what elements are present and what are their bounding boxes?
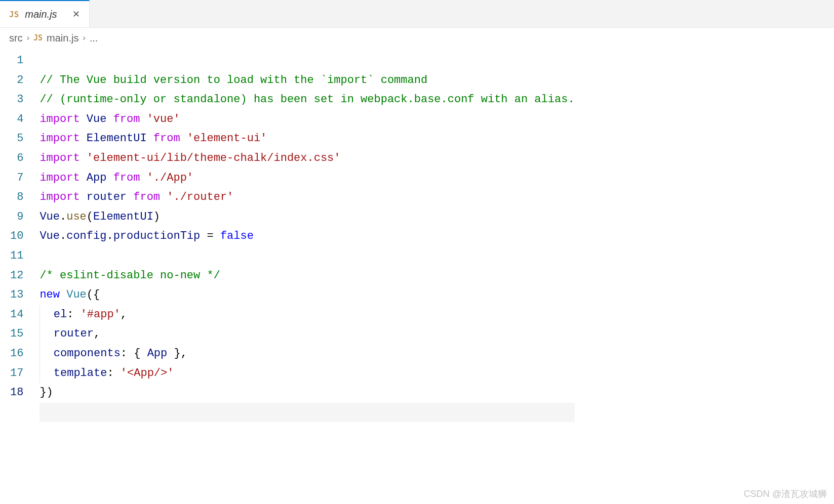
code-punct: . xyxy=(106,230,113,242)
line-number-gutter: 1 2 3 4 5 6 7 8 9 10 11 12 13 14 15 16 1… xyxy=(0,51,39,461)
code-func: use xyxy=(66,211,87,223)
line-number: 9 xyxy=(10,207,23,227)
line-number: 12 xyxy=(10,266,23,286)
code-ident: App xyxy=(147,347,168,360)
code-ident: Vue xyxy=(39,211,60,223)
code-punct: } xyxy=(167,347,180,360)
code-punct: , xyxy=(94,327,100,340)
code-ident: Vue xyxy=(87,113,107,125)
cursor-line[interactable] xyxy=(39,403,574,423)
close-icon[interactable]: ✕ xyxy=(72,9,80,20)
line-number: 5 xyxy=(10,129,23,149)
line-number: 10 xyxy=(10,227,23,246)
code-string: 'vue' xyxy=(147,113,180,125)
code-keyword: from xyxy=(133,191,160,203)
code-ident: router xyxy=(87,191,127,203)
code-keyword: import xyxy=(39,113,80,125)
line-number: 16 xyxy=(10,344,23,364)
tab-bar: JS main.js ✕ xyxy=(0,0,834,28)
code-ident: ElementUI xyxy=(93,211,153,223)
code-string: './router' xyxy=(167,191,233,203)
code-ident: ElementUI xyxy=(87,132,147,145)
line-number: 18 xyxy=(10,383,23,403)
js-icon: JS xyxy=(33,33,43,43)
code-ident: Vue xyxy=(39,230,60,242)
code-punct: , xyxy=(121,308,127,321)
code-keyword: from xyxy=(113,172,140,184)
line-number: 13 xyxy=(10,285,23,305)
line-number: 14 xyxy=(10,305,23,325)
code-punct: : xyxy=(107,367,120,380)
line-number: 2 xyxy=(10,71,23,91)
code-prop: el xyxy=(54,308,67,321)
line-number: 6 xyxy=(10,149,23,169)
breadcrumb[interactable]: src › JS main.js › ... xyxy=(0,28,834,48)
line-number: 8 xyxy=(10,188,23,207)
code-string: 'element-ui/lib/theme-chalk/index.css' xyxy=(87,152,341,164)
code-prop: template xyxy=(54,367,107,380)
code-ident: config xyxy=(66,230,106,242)
line-number: 15 xyxy=(10,324,23,344)
chevron-right-icon: › xyxy=(83,33,85,43)
code-ident: App xyxy=(87,172,107,184)
code-punct: ({ xyxy=(87,288,100,301)
code-punct: : xyxy=(121,347,134,360)
code-string: './App' xyxy=(147,172,193,184)
code-keyword: import xyxy=(39,132,80,145)
tab-filename: main.js xyxy=(25,9,57,20)
breadcrumb-file[interactable]: main.js xyxy=(47,32,78,44)
code-string: '<App/>' xyxy=(121,367,174,380)
code-keyword: import xyxy=(39,172,80,184)
line-number: 11 xyxy=(10,246,23,266)
code-punct: , xyxy=(181,347,187,360)
js-icon: JS xyxy=(9,10,19,19)
code-punct: { xyxy=(134,347,147,360)
code-prop: components xyxy=(54,347,121,360)
code-keyword: import xyxy=(39,152,80,164)
code-const: false xyxy=(220,230,254,242)
code-keyword: new xyxy=(39,288,60,301)
line-number: 4 xyxy=(10,110,23,130)
breadcrumb-more[interactable]: ... xyxy=(90,32,98,44)
code-comment: // The Vue build version to load with th… xyxy=(39,74,427,87)
code-ident: productionTip xyxy=(113,230,201,242)
code-punct: . xyxy=(60,230,66,242)
code-string: '#app' xyxy=(81,308,121,321)
code-punct: ( xyxy=(87,211,93,223)
breadcrumb-folder[interactable]: src xyxy=(9,32,23,44)
watermark: CSDN @渣瓦攻城狮 xyxy=(744,488,827,500)
code-keyword: import xyxy=(39,191,80,203)
tab-main-js[interactable]: JS main.js ✕ xyxy=(0,0,90,27)
code-punct: = xyxy=(200,230,220,242)
code-ident: router xyxy=(54,327,94,340)
code-string: 'element-ui' xyxy=(187,132,267,145)
line-number: 7 xyxy=(10,169,23,188)
line-number: 3 xyxy=(10,90,23,110)
code-punct: ) xyxy=(153,211,160,223)
code-class: Vue xyxy=(66,288,87,301)
line-number: 17 xyxy=(10,364,23,384)
code-comment: // (runtime-only or standalone) has been… xyxy=(39,93,574,106)
code-comment: /* eslint-disable no-new */ xyxy=(39,269,220,282)
code-keyword: from xyxy=(153,132,180,145)
code-punct: . xyxy=(60,211,66,223)
code-punct: : xyxy=(67,308,80,321)
code-content[interactable]: // The Vue build version to load with th… xyxy=(39,51,574,461)
code-punct: }) xyxy=(39,386,53,399)
code-editor[interactable]: 1 2 3 4 5 6 7 8 9 10 11 12 13 14 15 16 1… xyxy=(0,48,834,461)
code-keyword: from xyxy=(113,113,140,125)
chevron-right-icon: › xyxy=(27,33,29,43)
line-number: 1 xyxy=(10,51,23,71)
